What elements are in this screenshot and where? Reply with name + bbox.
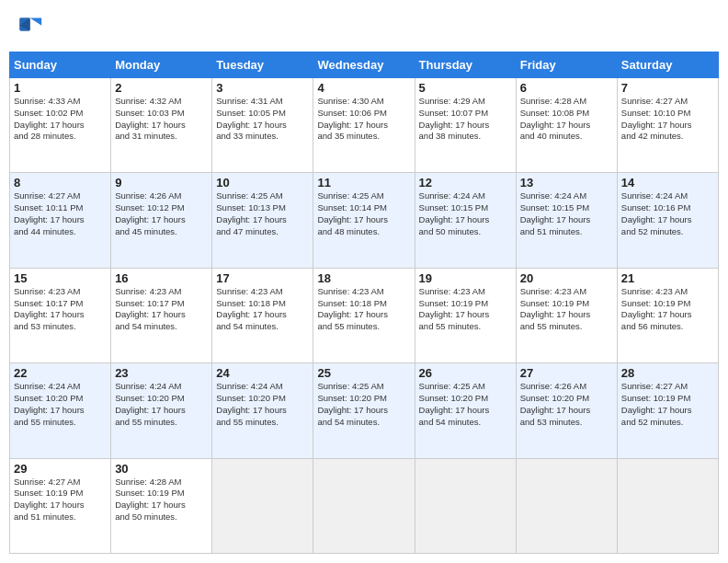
calendar-cell: 22Sunrise: 4:24 AM Sunset: 10:20 PM Dayl… (10, 363, 111, 458)
weekday-friday: Friday (516, 52, 617, 78)
day-number: 22 (14, 366, 107, 380)
day-info: Sunrise: 4:24 AM Sunset: 10:20 PM Daylig… (14, 381, 107, 428)
day-info: Sunrise: 4:26 AM Sunset: 10:20 PM Daylig… (520, 381, 613, 428)
calendar-table: SundayMondayTuesdayWednesdayThursdayFrid… (9, 52, 719, 554)
logo-icon (18, 17, 44, 42)
calendar-cell: 18Sunrise: 4:23 AM Sunset: 10:18 PM Dayl… (313, 268, 415, 362)
day-number: 29 (14, 462, 107, 476)
day-info: Sunrise: 4:28 AM Sunset: 10:19 PM Daylig… (115, 477, 208, 523)
calendar-cell: 29Sunrise: 4:27 AM Sunset: 10:19 PM Dayl… (10, 458, 111, 553)
day-info: Sunrise: 4:23 AM Sunset: 10:19 PM Daylig… (621, 286, 714, 333)
day-info: Sunrise: 4:30 AM Sunset: 10:06 PM Daylig… (317, 96, 410, 143)
weekday-header-row: SundayMondayTuesdayWednesdayThursdayFrid… (10, 52, 719, 78)
calendar-cell: 8Sunrise: 4:27 AM Sunset: 10:11 PM Dayli… (10, 173, 111, 268)
day-number: 8 (14, 176, 107, 190)
day-number: 14 (621, 176, 714, 190)
calendar-cell: 27Sunrise: 4:26 AM Sunset: 10:20 PM Dayl… (516, 363, 617, 458)
calendar-cell: 4Sunrise: 4:30 AM Sunset: 10:06 PM Dayli… (313, 78, 415, 173)
calendar-cell: 11Sunrise: 4:25 AM Sunset: 10:14 PM Dayl… (313, 173, 415, 268)
day-number: 6 (520, 81, 613, 95)
calendar-cell (313, 458, 415, 553)
calendar-cell (212, 458, 313, 553)
weekday-monday: Monday (111, 52, 212, 78)
day-info: Sunrise: 4:27 AM Sunset: 10:19 PM Daylig… (621, 381, 714, 428)
day-info: Sunrise: 4:25 AM Sunset: 10:14 PM Daylig… (317, 190, 410, 237)
day-number: 16 (115, 271, 208, 285)
calendar-cell: 23Sunrise: 4:24 AM Sunset: 10:20 PM Dayl… (111, 363, 212, 458)
day-number: 26 (419, 366, 512, 380)
calendar-cell: 16Sunrise: 4:23 AM Sunset: 10:17 PM Dayl… (111, 268, 212, 362)
calendar-cell: 24Sunrise: 4:24 AM Sunset: 10:20 PM Dayl… (212, 363, 313, 458)
calendar-cell: 14Sunrise: 4:24 AM Sunset: 10:16 PM Dayl… (617, 173, 718, 268)
day-number: 10 (216, 176, 309, 190)
calendar-cell: 30Sunrise: 4:28 AM Sunset: 10:19 PM Dayl… (111, 458, 212, 553)
calendar-cell: 17Sunrise: 4:23 AM Sunset: 10:18 PM Dayl… (212, 268, 313, 362)
day-info: Sunrise: 4:31 AM Sunset: 10:05 PM Daylig… (216, 96, 309, 143)
calendar-cell: 2Sunrise: 4:32 AM Sunset: 10:03 PM Dayli… (111, 78, 212, 173)
day-number: 9 (115, 176, 208, 190)
logo (18, 17, 46, 42)
calendar-cell: 25Sunrise: 4:25 AM Sunset: 10:20 PM Dayl… (313, 363, 415, 458)
calendar-cell: 10Sunrise: 4:25 AM Sunset: 10:13 PM Dayl… (212, 173, 313, 268)
day-number: 18 (317, 271, 410, 285)
day-number: 21 (621, 271, 714, 285)
calendar-cell: 15Sunrise: 4:23 AM Sunset: 10:17 PM Dayl… (10, 268, 111, 362)
day-info: Sunrise: 4:27 AM Sunset: 10:10 PM Daylig… (621, 96, 714, 143)
calendar-cell: 3Sunrise: 4:31 AM Sunset: 10:05 PM Dayli… (212, 78, 313, 173)
calendar-cell: 21Sunrise: 4:23 AM Sunset: 10:19 PM Dayl… (617, 268, 718, 362)
day-info: Sunrise: 4:28 AM Sunset: 10:08 PM Daylig… (520, 96, 613, 143)
day-info: Sunrise: 4:25 AM Sunset: 10:13 PM Daylig… (216, 190, 309, 237)
calendar-body: 1Sunrise: 4:33 AM Sunset: 10:02 PM Dayli… (10, 78, 719, 554)
day-info: Sunrise: 4:23 AM Sunset: 10:18 PM Daylig… (216, 286, 309, 333)
day-number: 4 (317, 81, 410, 95)
day-number: 25 (317, 366, 410, 380)
calendar-cell: 20Sunrise: 4:23 AM Sunset: 10:19 PM Dayl… (516, 268, 617, 362)
calendar-cell: 9Sunrise: 4:26 AM Sunset: 10:12 PM Dayli… (111, 173, 212, 268)
day-number: 1 (14, 81, 107, 95)
weekday-thursday: Thursday (415, 52, 516, 78)
calendar-cell (516, 458, 617, 553)
day-info: Sunrise: 4:24 AM Sunset: 10:20 PM Daylig… (216, 381, 309, 428)
calendar-cell (415, 458, 516, 553)
day-number: 5 (419, 81, 512, 95)
calendar-row: 29Sunrise: 4:27 AM Sunset: 10:19 PM Dayl… (10, 458, 719, 553)
calendar-row: 15Sunrise: 4:23 AM Sunset: 10:17 PM Dayl… (10, 268, 719, 362)
day-number: 28 (621, 366, 714, 380)
day-number: 17 (216, 271, 309, 285)
calendar-cell: 7Sunrise: 4:27 AM Sunset: 10:10 PM Dayli… (617, 78, 718, 173)
day-number: 15 (14, 271, 107, 285)
day-info: Sunrise: 4:23 AM Sunset: 10:19 PM Daylig… (520, 286, 613, 333)
day-info: Sunrise: 4:26 AM Sunset: 10:12 PM Daylig… (115, 190, 208, 237)
day-info: Sunrise: 4:24 AM Sunset: 10:20 PM Daylig… (115, 381, 208, 428)
day-info: Sunrise: 4:29 AM Sunset: 10:07 PM Daylig… (419, 96, 512, 143)
weekday-sunday: Sunday (10, 52, 111, 78)
day-info: Sunrise: 4:32 AM Sunset: 10:03 PM Daylig… (115, 96, 208, 143)
day-info: Sunrise: 4:25 AM Sunset: 10:20 PM Daylig… (317, 381, 410, 428)
calendar-cell: 5Sunrise: 4:29 AM Sunset: 10:07 PM Dayli… (415, 78, 516, 173)
calendar-cell: 1Sunrise: 4:33 AM Sunset: 10:02 PM Dayli… (10, 78, 111, 173)
day-info: Sunrise: 4:27 AM Sunset: 10:11 PM Daylig… (14, 190, 107, 237)
page: SundayMondayTuesdayWednesdayThursdayFrid… (0, 0, 728, 563)
day-number: 30 (115, 462, 208, 476)
day-info: Sunrise: 4:24 AM Sunset: 10:16 PM Daylig… (621, 190, 714, 237)
day-info: Sunrise: 4:33 AM Sunset: 10:02 PM Daylig… (14, 96, 107, 143)
day-info: Sunrise: 4:24 AM Sunset: 10:15 PM Daylig… (419, 190, 512, 237)
day-number: 3 (216, 81, 309, 95)
calendar-cell: 12Sunrise: 4:24 AM Sunset: 10:15 PM Dayl… (415, 173, 516, 268)
day-number: 2 (115, 81, 208, 95)
day-info: Sunrise: 4:23 AM Sunset: 10:19 PM Daylig… (419, 286, 512, 333)
header (9, 9, 719, 46)
day-number: 19 (419, 271, 512, 285)
day-number: 7 (621, 81, 714, 95)
calendar-row: 1Sunrise: 4:33 AM Sunset: 10:02 PM Dayli… (10, 78, 719, 173)
day-number: 12 (419, 176, 512, 190)
calendar-cell: 28Sunrise: 4:27 AM Sunset: 10:19 PM Dayl… (617, 363, 718, 458)
calendar-row: 8Sunrise: 4:27 AM Sunset: 10:11 PM Dayli… (10, 173, 719, 268)
day-info: Sunrise: 4:23 AM Sunset: 10:17 PM Daylig… (14, 286, 107, 333)
day-number: 11 (317, 176, 410, 190)
day-number: 24 (216, 366, 309, 380)
calendar-header: SundayMondayTuesdayWednesdayThursdayFrid… (10, 52, 719, 78)
day-number: 27 (520, 366, 613, 380)
day-info: Sunrise: 4:25 AM Sunset: 10:20 PM Daylig… (419, 381, 512, 428)
weekday-saturday: Saturday (617, 52, 718, 78)
